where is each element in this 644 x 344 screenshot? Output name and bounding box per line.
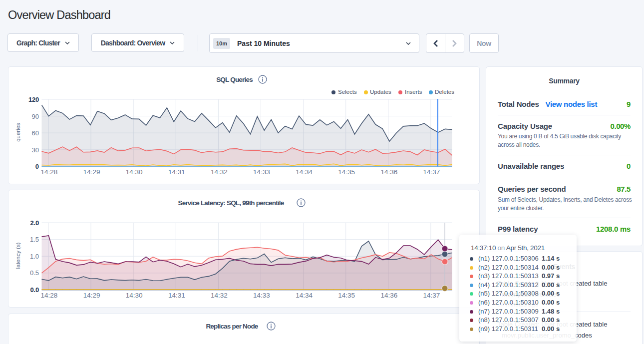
- svg-text:14:37: 14:37: [423, 292, 440, 299]
- svg-text:0.0: 0.0: [30, 286, 39, 294]
- svg-text:0: 0: [35, 163, 39, 170]
- svg-text:14:32: 14:32: [211, 168, 228, 176]
- svg-text:90: 90: [32, 113, 39, 120]
- svg-text:14:31: 14:31: [168, 168, 185, 176]
- svg-text:14:37: 14:37: [423, 168, 440, 176]
- svg-text:30: 30: [32, 146, 39, 154]
- svg-text:14:35: 14:35: [338, 292, 355, 299]
- svg-text:0.5: 0.5: [30, 269, 39, 277]
- svg-text:14:36: 14:36: [380, 168, 397, 176]
- svg-text:60: 60: [32, 129, 39, 137]
- svg-text:14:30: 14:30: [126, 168, 143, 176]
- svg-text:1.5: 1.5: [30, 236, 39, 243]
- svg-text:2.0: 2.0: [30, 219, 39, 227]
- svg-text:14:35: 14:35: [338, 168, 355, 176]
- svg-text:queries: queries: [15, 123, 21, 142]
- svg-text:14:34: 14:34: [296, 168, 313, 176]
- svg-text:14:31: 14:31: [168, 292, 185, 299]
- svg-text:14:32: 14:32: [211, 292, 228, 299]
- svg-text:latency (s): latency (s): [15, 242, 21, 269]
- svg-text:14:30: 14:30: [126, 292, 143, 299]
- svg-text:1.0: 1.0: [30, 253, 39, 260]
- svg-text:14:28: 14:28: [41, 168, 58, 176]
- svg-text:14:28: 14:28: [41, 292, 58, 299]
- svg-text:14:29: 14:29: [83, 292, 100, 299]
- svg-text:14:29: 14:29: [83, 168, 100, 176]
- svg-text:14:33: 14:33: [253, 292, 270, 299]
- svg-text:120: 120: [28, 96, 39, 103]
- svg-text:14:33: 14:33: [253, 168, 270, 176]
- svg-text:14:36: 14:36: [380, 292, 397, 299]
- svg-text:14:34: 14:34: [296, 292, 313, 299]
